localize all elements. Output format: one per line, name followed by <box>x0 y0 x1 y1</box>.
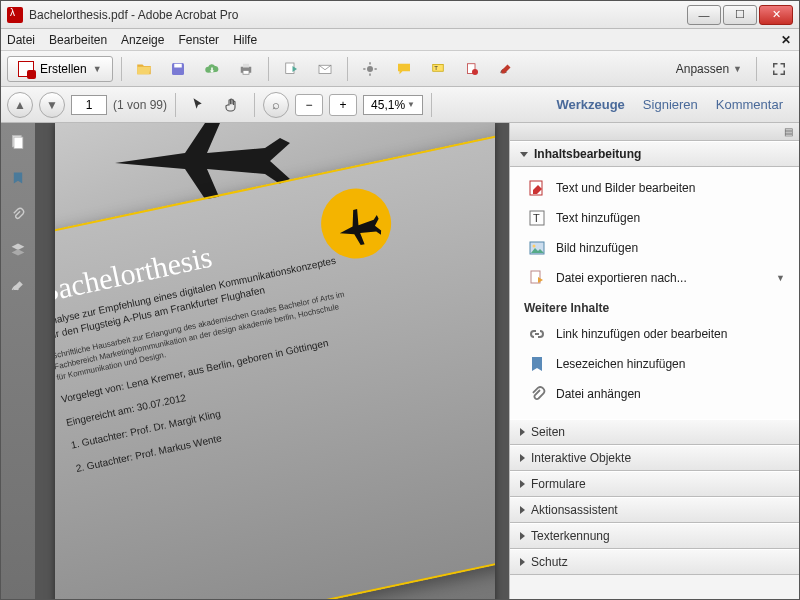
tool-attach-file[interactable]: Datei anhängen <box>510 379 799 409</box>
zoom-field[interactable]: 45,1%▼ <box>363 95 423 115</box>
svg-point-22 <box>533 245 536 248</box>
tool-label: Lesezeichen hinzufügen <box>556 357 685 371</box>
share-button[interactable] <box>277 56 305 82</box>
menu-anzeige[interactable]: Anzeige <box>121 33 164 47</box>
tool-add-image[interactable]: Bild hinzufügen <box>510 233 799 263</box>
page-1: Bachelorthesis Analyse zur Empfehlung ei… <box>55 123 495 599</box>
add-image-icon <box>528 239 546 257</box>
bookmark-icon <box>528 355 546 373</box>
panel-options-button[interactable]: ▤ <box>510 123 799 141</box>
tool-add-text[interactable]: TText hinzufügen <box>510 203 799 233</box>
cover-page: Bachelorthesis Analyse zur Empfehlung ei… <box>55 123 495 599</box>
menu-datei[interactable]: Datei <box>7 33 35 47</box>
attach-icon <box>528 385 546 403</box>
app-icon <box>7 7 23 23</box>
tool-edit-text-images[interactable]: Text und Bilder bearbeiten <box>510 173 799 203</box>
sign-tool-button[interactable] <box>492 56 520 82</box>
menu-hilfe[interactable]: Hilfe <box>233 33 257 47</box>
separator <box>756 57 757 81</box>
zoom-tool-button[interactable]: ⌕ <box>263 92 289 118</box>
tab-sign[interactable]: Signieren <box>643 97 698 112</box>
select-tool-button[interactable] <box>184 92 212 118</box>
page-number-input[interactable] <box>71 95 107 115</box>
tool-label: Datei anhängen <box>556 387 641 401</box>
export-icon <box>528 269 546 287</box>
save-button[interactable] <box>164 56 192 82</box>
maximize-button[interactable]: ☐ <box>723 5 757 25</box>
close-button[interactable]: ✕ <box>759 5 793 25</box>
section-pages[interactable]: Seiten <box>510 419 799 445</box>
customize-button[interactable]: Anpassen ▼ <box>670 62 748 76</box>
minimize-button[interactable]: — <box>687 5 721 25</box>
chevron-down-icon: ▼ <box>407 100 415 109</box>
separator <box>268 57 269 81</box>
tab-tools[interactable]: Werkzeuge <box>556 97 624 112</box>
menubar: Datei Bearbeiten Anzeige Fenster Hilfe ✕ <box>1 29 799 51</box>
section-protection[interactable]: Schutz <box>510 549 799 575</box>
section-text-recognition[interactable]: Texterkennung <box>510 523 799 549</box>
zoom-out-button[interactable]: − <box>295 94 323 116</box>
link-icon <box>528 325 546 343</box>
add-text-icon: T <box>528 209 546 227</box>
chevron-right-icon <box>520 532 525 540</box>
create-button[interactable]: Erstellen ▼ <box>7 56 113 82</box>
svg-point-7 <box>367 66 373 72</box>
chevron-right-icon <box>520 480 525 488</box>
highlight-button[interactable]: T <box>424 56 452 82</box>
svg-rect-1 <box>174 63 182 67</box>
email-button[interactable] <box>311 56 339 82</box>
gear-button[interactable] <box>356 56 384 82</box>
comment-button[interactable] <box>390 56 418 82</box>
separator <box>347 57 348 81</box>
menu-bearbeiten[interactable]: Bearbeiten <box>49 33 107 47</box>
chevron-down-icon <box>520 152 528 157</box>
page-up-button[interactable]: ▲ <box>7 92 33 118</box>
section-label: Seiten <box>531 425 565 439</box>
tool-export-file[interactable]: Datei exportieren nach...▼ <box>510 263 799 293</box>
close-doc-button[interactable]: ✕ <box>781 33 791 47</box>
open-button[interactable] <box>130 56 158 82</box>
signatures-icon[interactable] <box>9 277 27 295</box>
tool-add-link[interactable]: Link hinzufügen oder bearbeiten <box>510 319 799 349</box>
svg-text:T: T <box>434 64 438 70</box>
tool-label: Datei exportieren nach... <box>556 271 687 285</box>
chevron-right-icon <box>520 506 525 514</box>
print-button[interactable] <box>232 56 260 82</box>
section-content-editing[interactable]: Inhaltsbearbeitung <box>510 141 799 167</box>
titlebar: Bachelorthesis.pdf - Adobe Acrobat Pro —… <box>1 1 799 29</box>
tool-add-bookmark[interactable]: Lesezeichen hinzufügen <box>510 349 799 379</box>
tool-label: Text und Bilder bearbeiten <box>556 181 695 195</box>
stamp-button[interactable] <box>458 56 486 82</box>
menu-fenster[interactable]: Fenster <box>178 33 219 47</box>
section-interactive-objects[interactable]: Interaktive Objekte <box>510 445 799 471</box>
left-rail <box>1 123 35 599</box>
pdf-icon <box>18 61 34 77</box>
layers-icon[interactable] <box>9 241 27 259</box>
chevron-right-icon <box>520 428 525 436</box>
zoom-value: 45,1% <box>371 98 405 112</box>
section-label: Interaktive Objekte <box>531 451 631 465</box>
svg-rect-4 <box>243 70 249 74</box>
document-viewport[interactable]: Bachelorthesis Analyse zur Empfehlung ei… <box>35 123 509 599</box>
section-action-wizard[interactable]: Aktionsassistent <box>510 497 799 523</box>
section-forms[interactable]: Formulare <box>510 471 799 497</box>
subheading-more-content: Weitere Inhalte <box>510 293 799 319</box>
section-label: Formulare <box>531 477 586 491</box>
thumbnails-icon[interactable] <box>9 133 27 151</box>
zoom-in-button[interactable]: + <box>329 94 357 116</box>
chevron-down-icon: ▼ <box>733 64 742 74</box>
create-label: Erstellen <box>40 62 87 76</box>
edit-text-icon <box>528 179 546 197</box>
hand-tool-button[interactable] <box>218 92 246 118</box>
page-down-button[interactable]: ▼ <box>39 92 65 118</box>
svg-text:T: T <box>533 212 540 224</box>
tools-panel: ▤ Inhaltsbearbeitung Text und Bilder bea… <box>509 123 799 599</box>
bookmarks-icon[interactable] <box>9 169 27 187</box>
attachments-icon[interactable] <box>9 205 27 223</box>
cloud-button[interactable] <box>198 56 226 82</box>
tab-comment[interactable]: Kommentar <box>716 97 783 112</box>
svg-point-15 <box>472 69 478 75</box>
svg-rect-17 <box>14 137 23 148</box>
svg-rect-3 <box>243 63 249 67</box>
fullscreen-button[interactable] <box>765 56 793 82</box>
